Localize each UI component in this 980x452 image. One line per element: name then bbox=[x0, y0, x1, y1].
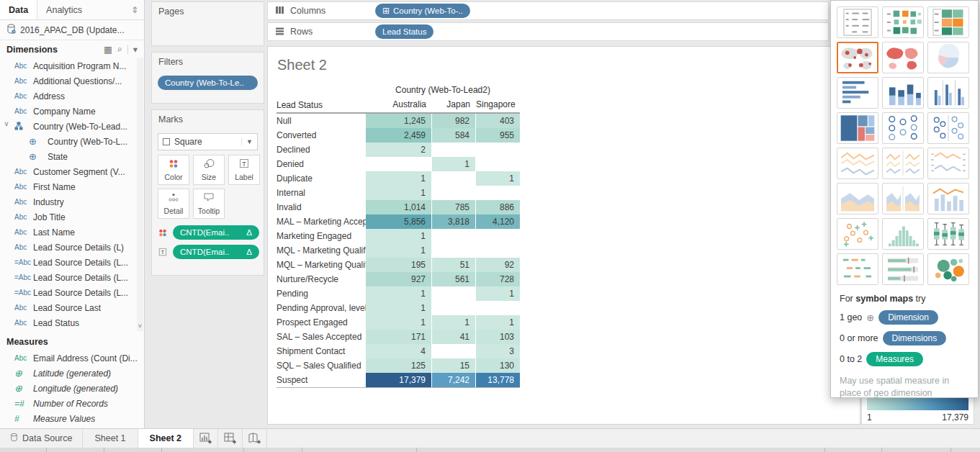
table-cell[interactable]: 1 bbox=[366, 186, 432, 200]
table-cell[interactable] bbox=[432, 171, 476, 186]
field-row[interactable]: AbcLast Name bbox=[0, 225, 144, 240]
table-cell[interactable]: 785 bbox=[432, 200, 476, 214]
pane-sort-icon[interactable]: ⇕ bbox=[125, 0, 144, 19]
showme-histogram-icon[interactable] bbox=[882, 218, 924, 250]
showme-treemap-icon[interactable] bbox=[837, 112, 878, 144]
row-label[interactable]: Pending bbox=[277, 286, 366, 301]
field-row[interactable]: =#Number of Records bbox=[0, 396, 144, 411]
row-label[interactable]: Marketing Engaged bbox=[277, 229, 366, 243]
columns-shelf[interactable]: Columns ⊞Country (Web-To-.. bbox=[267, 1, 829, 20]
field-row[interactable]: AbcLead Source Details (L) bbox=[0, 240, 144, 255]
row-label[interactable]: SAL – Sales Accepted bbox=[277, 330, 366, 344]
dimensions-pill[interactable]: Dimensions bbox=[883, 331, 947, 345]
row-label[interactable]: Duplicate bbox=[277, 171, 366, 186]
table-cell[interactable]: 1 bbox=[366, 229, 432, 243]
column-header-japan[interactable]: Japan bbox=[432, 97, 476, 112]
tab-data[interactable]: Data bbox=[0, 0, 37, 19]
showme-packed-bubbles-icon[interactable] bbox=[927, 253, 969, 285]
column-header-australia[interactable]: Australia bbox=[366, 97, 432, 112]
table-cell[interactable]: 5,856 bbox=[366, 214, 432, 229]
showme-discrete-lines-icon[interactable] bbox=[882, 148, 924, 179]
field-row[interactable]: AbcEmail Address (Count (Di... bbox=[0, 351, 144, 366]
dimension-pill[interactable]: Dimension bbox=[878, 310, 938, 325]
table-cell[interactable] bbox=[432, 243, 476, 258]
table-cell[interactable] bbox=[432, 301, 476, 315]
tab-analytics[interactable]: Analytics bbox=[37, 0, 91, 19]
tab-data-source[interactable]: Data Source bbox=[0, 429, 83, 448]
table-cell[interactable]: 2 bbox=[366, 143, 432, 157]
showme-dual-lines-icon[interactable] bbox=[927, 148, 969, 179]
dimensions-scrollbar[interactable]: ˅ bbox=[137, 58, 143, 331]
table-cell[interactable]: 103 bbox=[476, 330, 520, 344]
table-cell[interactable]: 3 bbox=[476, 344, 520, 358]
table-cell[interactable]: 41 bbox=[432, 330, 476, 344]
column-header-singapore[interactable]: Singapore bbox=[476, 97, 520, 112]
table-cell[interactable]: 1 bbox=[366, 315, 432, 330]
table-cell[interactable] bbox=[432, 186, 476, 200]
label-button[interactable]: T Label bbox=[228, 155, 260, 185]
cntd-email-label-pill[interactable]: CNTD(Emai.. Δ bbox=[173, 245, 259, 259]
table-cell[interactable] bbox=[432, 286, 476, 301]
row-label[interactable]: Invalid bbox=[277, 200, 366, 214]
table-cell[interactable] bbox=[432, 143, 476, 157]
table-cell[interactable]: 1,014 bbox=[366, 200, 432, 214]
table-cell[interactable]: 955 bbox=[476, 128, 520, 143]
rows-pill-lead-status[interactable]: Lead Status bbox=[375, 24, 433, 39]
pane-menu-caret-icon[interactable]: ▾ bbox=[133, 44, 138, 55]
row-label[interactable]: Converted bbox=[277, 128, 366, 143]
table-cell[interactable]: 1,245 bbox=[366, 114, 432, 128]
table-cell[interactable]: 15 bbox=[432, 358, 476, 373]
showme-box-and-whisker-icon[interactable] bbox=[927, 218, 969, 250]
table-cell[interactable]: 130 bbox=[476, 358, 520, 373]
field-row[interactable]: ⊕Country (Web-To-L... bbox=[0, 134, 144, 149]
scroll-down-icon[interactable]: ˅ bbox=[137, 322, 143, 330]
table-cell[interactable]: 403 bbox=[476, 114, 520, 128]
showme-circle-views-icon[interactable] bbox=[882, 112, 924, 144]
row-label[interactable]: Nurture/Recycle bbox=[277, 272, 366, 286]
row-field-header[interactable]: Lead Status bbox=[277, 100, 366, 110]
table-cell[interactable]: 4 bbox=[366, 344, 432, 358]
row-label[interactable]: MAL – Marketing Accepted bbox=[277, 214, 366, 229]
table-cell[interactable]: 92 bbox=[476, 258, 520, 272]
table-cell[interactable]: 4,120 bbox=[476, 214, 520, 229]
mark-type-dropdown[interactable]: Square ▼ bbox=[158, 133, 258, 150]
field-row[interactable]: AbcLead Source Last bbox=[0, 300, 144, 315]
table-cell[interactable]: 1 bbox=[366, 243, 432, 258]
table-cell[interactable] bbox=[476, 186, 520, 200]
field-row[interactable]: AbcAdditional Questions/... bbox=[0, 73, 144, 89]
row-label[interactable]: Internal bbox=[277, 186, 366, 200]
table-cell[interactable]: 1 bbox=[366, 171, 432, 186]
table-cell[interactable] bbox=[432, 229, 476, 243]
field-row[interactable]: AbcAddress bbox=[0, 89, 144, 104]
filter-pill-country[interactable]: Country (Web-To-Le.. bbox=[158, 76, 258, 90]
showme-gantt-icon[interactable] bbox=[837, 253, 878, 285]
field-row[interactable]: AbcAcquisition Program N... bbox=[0, 58, 144, 73]
tooltip-button[interactable]: Tooltip bbox=[193, 189, 225, 219]
column-field-header[interactable]: Country (Web-To-Lead2) bbox=[366, 83, 520, 97]
table-cell[interactable]: 13,778 bbox=[476, 373, 520, 387]
table-cell[interactable]: 886 bbox=[476, 200, 520, 214]
table-cell[interactable]: 1 bbox=[476, 315, 520, 330]
search-icon[interactable]: ⌕ bbox=[117, 44, 122, 55]
field-row[interactable]: #Measure Values bbox=[0, 411, 144, 426]
row-label[interactable]: Pending Approval, level 1 bbox=[277, 301, 366, 315]
showme-horizontal-bars-icon[interactable] bbox=[837, 77, 878, 109]
showme-pie-chart-icon[interactable] bbox=[927, 42, 969, 73]
field-row[interactable]: ˅Country (Web-To-Lead... bbox=[0, 119, 144, 134]
table-cell[interactable] bbox=[476, 243, 520, 258]
showme-discrete-area-icon[interactable] bbox=[882, 183, 924, 214]
table-cell[interactable]: 171 bbox=[366, 330, 432, 344]
table-cell[interactable]: 1 bbox=[476, 286, 520, 301]
table-cell[interactable]: 1 bbox=[432, 157, 476, 171]
expand-caret-icon[interactable]: ˅ bbox=[4, 120, 9, 128]
showme-continuous-lines-icon[interactable] bbox=[837, 148, 878, 179]
detail-button[interactable]: Detail bbox=[158, 189, 189, 219]
view-as-icon[interactable]: ▦ bbox=[104, 44, 112, 55]
row-label[interactable]: MQL - Marketing Qualified bbox=[277, 243, 366, 258]
table-cell[interactable]: 584 bbox=[432, 128, 476, 143]
table-cell[interactable] bbox=[476, 157, 520, 171]
table-cell[interactable]: 561 bbox=[432, 272, 476, 286]
table-cell[interactable] bbox=[476, 301, 520, 315]
new-dashboard-button[interactable] bbox=[218, 429, 243, 448]
table-cell[interactable]: 3,818 bbox=[432, 214, 476, 229]
